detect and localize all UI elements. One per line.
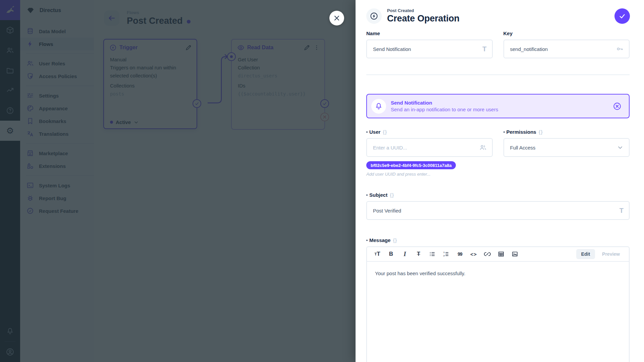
raw-value-icon[interactable]: {}	[390, 192, 394, 198]
close-drawer-button[interactable]	[329, 11, 344, 25]
raw-value-icon[interactable]: {}	[539, 129, 543, 135]
svg-text:2: 2	[443, 254, 445, 257]
subject-field[interactable]: T	[366, 201, 630, 220]
link-icon[interactable]	[484, 250, 491, 258]
chevron-down-icon	[617, 144, 624, 151]
notification-bell-icon	[371, 99, 386, 114]
name-input[interactable]	[373, 46, 476, 52]
permissions-value: Full Access	[510, 145, 536, 150]
user-uuid-chip[interactable]: bf02c5e9-ebe2-4bf4-9fc5-3c00811a7a8a	[366, 161, 456, 169]
title-icon: T	[482, 45, 486, 53]
directus-app: ⚙ Directus	[0, 0, 644, 362]
modal-overlay[interactable]	[0, 0, 356, 362]
user-hint: Add user UUID and press enter...	[366, 172, 493, 177]
message-content[interactable]: Your post has been verified successfully…	[367, 262, 629, 285]
key-icon	[616, 45, 624, 53]
blockquote-icon[interactable]: 99	[456, 250, 464, 258]
editor-toolbar: TT B I T 12 99 <>	[367, 247, 629, 262]
edited-dot	[366, 131, 368, 133]
image-icon[interactable]	[511, 250, 519, 258]
user-field[interactable]	[366, 138, 493, 157]
code-icon[interactable]: <>	[470, 250, 477, 258]
edited-dot	[366, 240, 368, 241]
close-icon	[333, 14, 340, 22]
message-editor: TT B I T 12 99 <>	[366, 246, 630, 362]
key-field[interactable]	[503, 40, 630, 58]
message-label: Message	[369, 237, 390, 243]
operation-tile-title: Send Notification	[391, 100, 498, 106]
create-operation-drawer: Post Created Create Operation Name T	[356, 0, 644, 362]
bullet-list-icon[interactable]	[429, 250, 436, 258]
operation-type-tile[interactable]: Send Notification Send an in-app notific…	[366, 94, 630, 118]
subject-label: Subject	[369, 192, 387, 198]
edit-tab[interactable]: Edit	[576, 249, 595, 259]
preview-tab[interactable]: Preview	[597, 249, 625, 259]
raw-value-icon[interactable]: {}	[383, 129, 387, 135]
users-icon	[479, 144, 487, 151]
user-label: User	[369, 129, 380, 135]
name-field[interactable]: T	[366, 40, 493, 58]
title-icon: T	[620, 207, 624, 215]
divider	[366, 74, 630, 75]
permissions-label: Permissions	[506, 129, 536, 135]
subject-input[interactable]	[373, 208, 613, 214]
svg-text:1: 1	[443, 251, 445, 253]
table-icon[interactable]	[497, 250, 505, 258]
key-label: Key	[503, 31, 513, 36]
bold-icon[interactable]: B	[387, 250, 395, 258]
drawer-breadcrumb: Post Created	[387, 8, 460, 13]
raw-value-icon[interactable]: {}	[393, 238, 397, 243]
operation-tile-subtitle: Send an in-app notification to one or mo…	[391, 107, 498, 112]
bolt-circle-icon	[366, 8, 382, 24]
name-label: Name	[366, 31, 380, 36]
numbered-list-icon[interactable]: 12	[442, 250, 450, 258]
permissions-select[interactable]: Full Access	[503, 138, 630, 157]
user-uuid-input[interactable]	[373, 145, 476, 150]
edited-dot	[503, 131, 505, 133]
edited-dot	[366, 194, 368, 196]
check-icon	[619, 12, 626, 20]
key-input[interactable]	[510, 46, 613, 52]
italic-icon[interactable]: I	[401, 250, 409, 258]
deselect-operation-icon[interactable]	[613, 102, 622, 111]
save-button[interactable]	[614, 8, 630, 24]
strikethrough-icon[interactable]: T	[415, 250, 422, 258]
drawer-title: Create Operation	[387, 13, 460, 24]
heading-icon[interactable]: TT	[374, 250, 381, 258]
